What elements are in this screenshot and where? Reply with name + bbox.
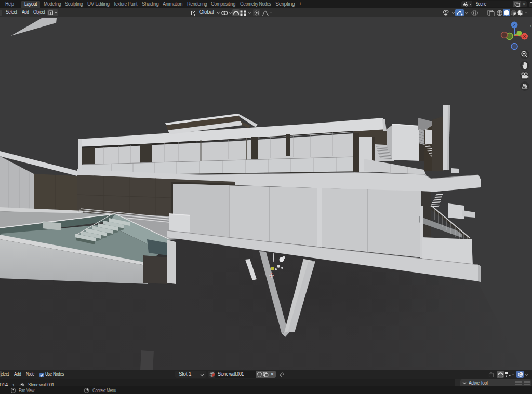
- svg-text:X: X: [523, 34, 526, 39]
- svg-text:Z: Z: [513, 23, 516, 28]
- svg-text:‹: ‹: [530, 23, 531, 29]
